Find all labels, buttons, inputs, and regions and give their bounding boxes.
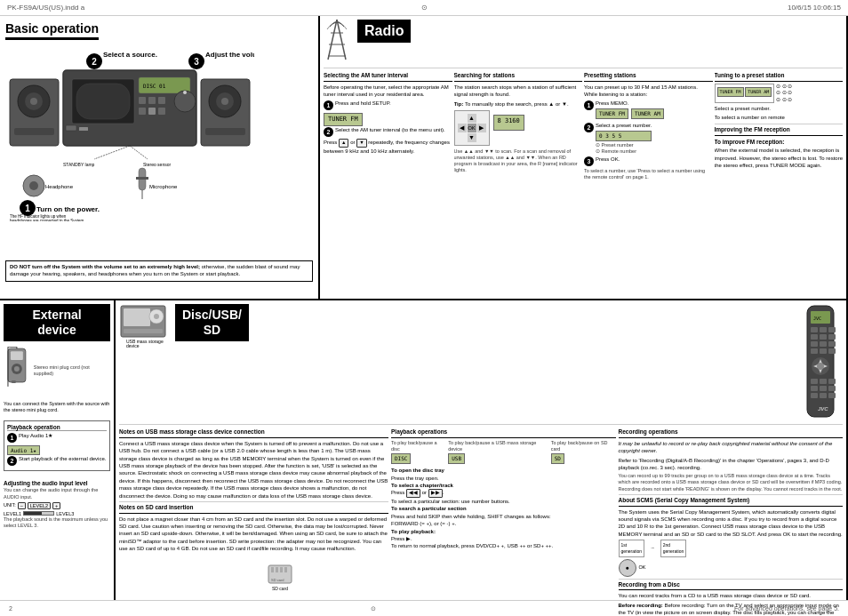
svg-rect-53 bbox=[11, 351, 23, 360]
svg-rect-7 bbox=[76, 84, 130, 119]
svg-point-63 bbox=[154, 314, 159, 319]
recording-title: Recording operations bbox=[619, 428, 844, 438]
ext-device-content: You can connect the System with the sour… bbox=[4, 401, 110, 414]
svg-rect-78 bbox=[828, 341, 836, 347]
svg-text:device: device bbox=[126, 343, 140, 348]
disc-main-grid: Notes on USB mass storage class device c… bbox=[119, 428, 843, 616]
ext-device-diagram: Stereo mini plug cord (not supplied) bbox=[4, 347, 110, 396]
sd-card-icon: SD card bbox=[267, 564, 293, 586]
radio-tower-area bbox=[324, 20, 350, 64]
remote-control-icon: JVC bbox=[798, 304, 843, 420]
basic-op-title: Basic operation bbox=[5, 21, 99, 40]
radio-title-block: Radio bbox=[357, 20, 411, 43]
svg-rect-71 bbox=[820, 327, 827, 332]
svg-rect-93 bbox=[828, 386, 836, 391]
ext-step-1: 1 Play Audio 1★ bbox=[7, 433, 107, 443]
sd-notes-title: Notes on SD card insertion bbox=[119, 504, 388, 514]
disc-play-col: To play back/pause a disc DISC bbox=[391, 440, 444, 465]
preset-num-3: 3 bbox=[584, 156, 594, 166]
step-num-2: 2 bbox=[324, 127, 333, 137]
svg-rect-12 bbox=[158, 97, 165, 104]
disc-header: USB mass storage device Disc/USB/SD JVC bbox=[119, 304, 843, 425]
svg-rect-4 bbox=[14, 128, 54, 135]
tuning-displays: TUNER FM TUNER AM ⊙ ⊙ ⊙ ⊙ ⊙ ⊙ ⊙ ⊙ ⊙ bbox=[715, 84, 844, 103]
svg-text:headphones are connected to th: headphones are connected to the System. bbox=[10, 219, 85, 221]
svg-rect-79 bbox=[811, 348, 818, 354]
ext-title-text: Externaldevice bbox=[32, 308, 81, 337]
svg-point-23 bbox=[221, 98, 228, 105]
svg-text:STANDBY lamp: STANDBY lamp bbox=[63, 162, 95, 167]
svg-rect-72 bbox=[828, 327, 836, 332]
am-lcd-1: TUNER FM bbox=[324, 113, 363, 126]
ext-step-num-2: 2 bbox=[7, 456, 17, 466]
bottom-half: Externaldevice bbox=[0, 300, 848, 600]
svg-rect-10 bbox=[139, 97, 146, 104]
svg-rect-77 bbox=[820, 341, 827, 347]
svg-rect-95 bbox=[820, 393, 827, 398]
svg-line-43 bbox=[130, 146, 148, 159]
preset-num-lcd: 0 3 5 5 bbox=[596, 131, 652, 141]
disc-panel: USB mass storage device Disc/USB/SD JVC bbox=[116, 300, 848, 600]
tuning-diagram: TUNER FM TUNER AM bbox=[715, 84, 775, 103]
svg-rect-73 bbox=[811, 334, 818, 340]
svg-rect-19 bbox=[79, 127, 88, 131]
direction-pad: ▲ ◀ OK ▶ ▼ bbox=[454, 110, 490, 146]
svg-point-26 bbox=[29, 181, 38, 190]
svg-rect-13 bbox=[139, 108, 146, 115]
svg-text:Stereo sensor: Stereo sensor bbox=[143, 162, 171, 167]
step-num-1: 1 bbox=[324, 100, 333, 110]
svg-point-3 bbox=[30, 98, 37, 105]
sd-card-label: SD card bbox=[272, 586, 288, 591]
svg-rect-80 bbox=[820, 348, 827, 354]
preset-num-2: 2 bbox=[584, 123, 594, 132]
presetting-title: Presetting stations bbox=[584, 72, 713, 82]
svg-rect-102 bbox=[284, 567, 287, 572]
usb-notes-col: Notes on USB mass storage class device c… bbox=[119, 428, 388, 616]
svg-rect-15 bbox=[158, 108, 165, 115]
am-interval-text: Before operating the tuner, select the a… bbox=[324, 84, 452, 99]
scms-title: About SCMS (Serial Copy Management Syste… bbox=[619, 497, 844, 507]
svg-text:Adjust the volume.: Adjust the volume. bbox=[205, 51, 254, 59]
svg-rect-56 bbox=[12, 380, 16, 383]
basic-op-panel: Basic operation bbox=[0, 16, 320, 299]
disc-images: USB mass storage device bbox=[119, 304, 168, 348]
sd-play-lcd: SD bbox=[551, 453, 564, 464]
ext-title-block: Externaldevice bbox=[4, 304, 110, 341]
svg-text:Headphone: Headphone bbox=[45, 184, 74, 189]
diagram-area: DISC 01 bbox=[5, 44, 313, 257]
svg-rect-81 bbox=[828, 348, 836, 354]
playback-displays: To play back/pause a disc DISC To play b… bbox=[391, 440, 616, 465]
tuning-title: Tuning to a preset station bbox=[715, 72, 844, 82]
main-content: Basic operation bbox=[0, 16, 848, 600]
svg-rect-29 bbox=[136, 177, 148, 180]
svg-point-17 bbox=[183, 91, 187, 94]
svg-rect-89 bbox=[820, 379, 827, 384]
stereo-diagram: DISC 01 bbox=[5, 44, 254, 221]
svg-rect-96 bbox=[828, 393, 836, 398]
svg-text:2: 2 bbox=[92, 57, 97, 67]
top-strip: PK-FS9A/US(US).indd a ⊙ 10/6/15 10:06:15 bbox=[0, 0, 848, 16]
svg-text:DISC 01: DISC 01 bbox=[143, 83, 166, 89]
svg-rect-64 bbox=[124, 329, 163, 333]
page-container: PK-FS9A/US(US).indd a ⊙ 10/6/15 10:06:15… bbox=[0, 0, 848, 616]
preset-step-1: 1 Press MEMO. TUNER FM TUNER AM bbox=[584, 100, 713, 122]
fm-reception-title: Improving the FM reception bbox=[715, 126, 844, 136]
svg-point-55 bbox=[14, 366, 20, 372]
usb-play-lcd: USB bbox=[448, 453, 465, 464]
svg-text:JVC: JVC bbox=[818, 406, 828, 412]
tuning-lcd-am: TUNER AM bbox=[745, 87, 772, 97]
warning-box: DO NOT turn off the System with the volu… bbox=[5, 260, 313, 282]
level-controls: UNIT: – LEVEL2 + bbox=[4, 502, 110, 509]
svg-text:3: 3 bbox=[194, 57, 199, 67]
radio-panel: Radio Selecting the AM tuner interval Be… bbox=[320, 16, 848, 299]
svg-line-41 bbox=[94, 146, 130, 159]
svg-text:Microphone: Microphone bbox=[149, 184, 178, 189]
preset-lcd-am: TUNER AM bbox=[631, 108, 664, 119]
playback-ops-col: Playback operations To play back/pause a… bbox=[391, 428, 616, 616]
svg-text:JVC: JVC bbox=[813, 316, 821, 321]
usb-notes-title: Notes on USB mass storage class device c… bbox=[119, 428, 388, 438]
sd-card-area: SD card SD card bbox=[267, 564, 293, 591]
radio-header: Radio bbox=[324, 20, 843, 68]
am-interval-title: Selecting the AM tuner interval bbox=[324, 72, 452, 82]
svg-rect-70 bbox=[811, 327, 818, 332]
